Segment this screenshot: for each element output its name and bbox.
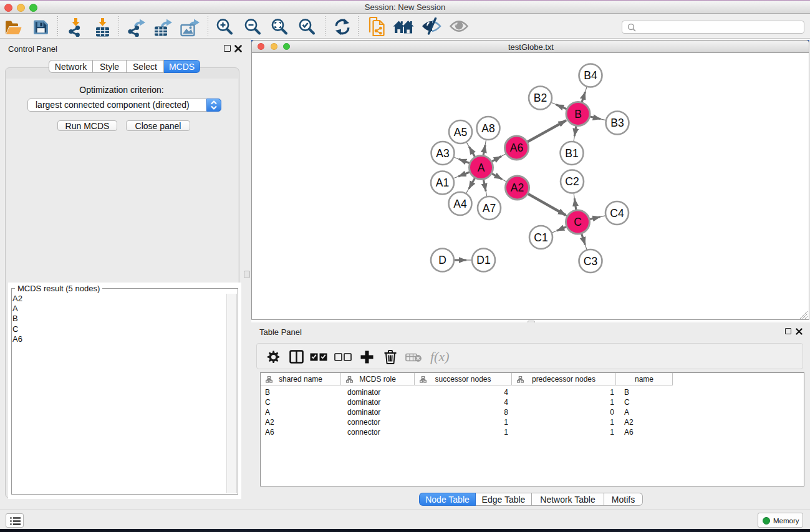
svg-text:A8: A8 bbox=[481, 122, 494, 135]
svg-text:B2: B2 bbox=[534, 92, 547, 104]
svg-text:D: D bbox=[438, 254, 446, 266]
svg-text:C4: C4 bbox=[610, 207, 624, 220]
svg-text:C: C bbox=[574, 216, 582, 228]
svg-text:A3: A3 bbox=[436, 147, 449, 160]
svg-text:B1: B1 bbox=[565, 147, 578, 160]
svg-text:A5: A5 bbox=[454, 126, 467, 138]
svg-text:A1: A1 bbox=[436, 177, 449, 189]
svg-text:C2: C2 bbox=[565, 175, 579, 188]
svg-text:A2: A2 bbox=[511, 181, 524, 194]
svg-text:A7: A7 bbox=[483, 202, 496, 215]
svg-text:A: A bbox=[478, 162, 485, 174]
svg-text:C1: C1 bbox=[534, 231, 547, 244]
svg-text:B3: B3 bbox=[610, 117, 624, 129]
svg-text:B4: B4 bbox=[584, 69, 597, 82]
svg-text:B: B bbox=[574, 108, 582, 120]
svg-text:C3: C3 bbox=[584, 255, 597, 268]
svg-text:A4: A4 bbox=[453, 198, 467, 210]
svg-text:A6: A6 bbox=[510, 142, 523, 154]
svg-text:D1: D1 bbox=[476, 254, 490, 266]
